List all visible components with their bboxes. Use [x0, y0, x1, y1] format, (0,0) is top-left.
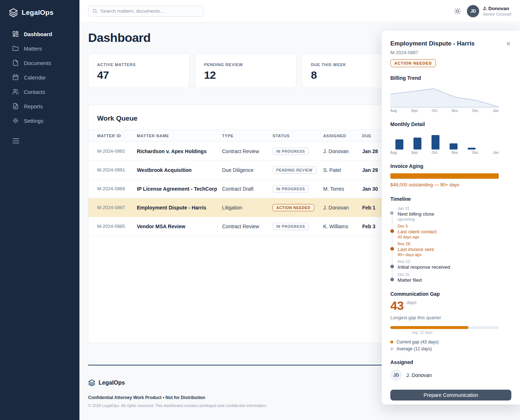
matter-id: M-2024-0891	[97, 167, 137, 173]
sidebar-item-documents[interactable]: Documents	[0, 56, 79, 70]
billing-trend-chart	[390, 85, 499, 108]
status-cell: PENDING REVIEW	[273, 166, 323, 174]
sidebar-item-label: Reports	[24, 103, 43, 109]
stat-label: PENDING REVIEW	[204, 62, 287, 67]
timeline-date: Nov 28	[398, 242, 511, 246]
search-input[interactable]	[100, 8, 200, 14]
month-label: Dec	[472, 109, 479, 113]
sidebar-item-contacts[interactable]: Contacts	[0, 85, 79, 99]
folder-icon	[12, 45, 19, 52]
prepare-communication-button[interactable]: Prepare Communication	[390, 390, 511, 400]
timeline-date: Jan 31	[398, 206, 511, 211]
bar-slot	[390, 139, 408, 150]
sidebar-item-dashboard[interactable]: Dashboard	[0, 27, 79, 41]
sidebar-item-calendar[interactable]: Calendar	[0, 70, 79, 85]
sidebar-item-label: Dashboard	[24, 31, 52, 37]
stat-value: 47	[97, 69, 181, 81]
status-cell: ACTION NEEDED	[273, 204, 323, 211]
timeline-event: Jan 31 Next billing close upcoming	[390, 206, 511, 222]
report-icon	[12, 103, 19, 109]
matter-detail-panel: Employment Dispute - Harris M-2024-0887 …	[382, 31, 520, 404]
file-icon	[12, 60, 19, 66]
month-bar	[395, 139, 403, 150]
legend-dot-current	[390, 341, 393, 343]
dashboard-icon	[12, 31, 19, 37]
gap-days-value: 43	[390, 299, 404, 312]
status-badge: IN PROGRESS	[273, 223, 309, 230]
timeline-sub: upcoming	[398, 217, 511, 222]
sidebar-item-label: Matters	[24, 46, 42, 52]
status-cell: IN PROGRESS	[273, 148, 323, 155]
matter-type: Contract Draft	[222, 186, 273, 192]
avatar: JD	[467, 5, 479, 17]
month-label: Aug	[390, 109, 397, 113]
matter-name: Richardson v. Apex Holdings	[137, 148, 222, 154]
timeline-dot-alert	[390, 247, 394, 251]
matter-type: Due Diligence	[222, 167, 273, 173]
brand-name: LegalOps	[22, 9, 53, 17]
timeline-dot-past	[390, 265, 394, 268]
invoice-aging-bar	[390, 173, 499, 179]
timeline-title: Matter filed	[398, 277, 511, 283]
assigned-cell: M. Torres	[323, 186, 362, 192]
column-header: MATTER NAME	[137, 134, 222, 138]
timeline-event: Oct 15 Matter filed	[390, 272, 511, 283]
month-label: Oct	[432, 109, 437, 113]
app-logo: LegalOps	[0, 0, 79, 27]
billing-trend-heading: Billing Trend	[390, 75, 511, 81]
topbar-right: JD J. Donovan Senior Counsel	[454, 5, 511, 17]
gap-bar	[390, 326, 499, 329]
bar-slot	[426, 135, 445, 150]
assigned-person: JD J. Donovan	[390, 369, 511, 381]
timeline-title: Last client contact	[398, 229, 511, 235]
sidebar-collapse-menu-icon[interactable]	[12, 138, 20, 144]
month-label: Oct	[432, 151, 437, 155]
sidebar-item-label: Documents	[24, 60, 51, 66]
search-box[interactable]	[88, 6, 204, 17]
timeline-dot-past	[390, 278, 394, 281]
timeline-event: Dec 5 Last client contact 43 days ago	[390, 224, 511, 239]
sidebar: LegalOps Dashboard Matters Documents Cal…	[0, 0, 79, 420]
assigned-cell: J. Donovan	[323, 148, 362, 154]
assigned-cell: J. Donovan	[323, 205, 362, 211]
month-label: Sep	[411, 109, 417, 113]
matter-name: Westbrook Acquisition	[137, 167, 222, 173]
sidebar-item-reports[interactable]: Reports	[0, 99, 79, 113]
timeline-sub: 43 days ago	[398, 235, 511, 239]
sidebar-item-matters[interactable]: Matters	[0, 41, 79, 56]
assigned-cell: S. Patel	[323, 167, 362, 173]
theme-toggle-sun-icon[interactable]	[454, 8, 461, 15]
panel-matter-id: M-2024-0887	[390, 50, 511, 55]
matter-id: M-2024-0889	[97, 186, 137, 191]
timeline-title: Next billing close	[398, 211, 511, 217]
matter-type: Contract Review	[222, 224, 273, 229]
assigned-heading: Assigned	[390, 359, 511, 365]
close-icon[interactable]	[506, 41, 511, 47]
month-bar	[432, 135, 439, 150]
month-label: Jan	[493, 109, 499, 113]
monthly-detail-bars	[390, 132, 499, 150]
matter-name: IP License Agreement - TechCorp	[137, 186, 222, 192]
topbar: JD J. Donovan Senior Counsel	[79, 0, 520, 22]
month-label: Jan	[493, 151, 499, 155]
month-label: Aug	[390, 151, 397, 155]
user-role: Senior Counsel	[483, 12, 511, 17]
sidebar-item-label: Calendar	[24, 74, 46, 81]
month-label: Nov	[451, 151, 458, 155]
column-header: TYPE	[222, 134, 273, 138]
legend-item: Current gap (43 days)	[390, 339, 511, 345]
user-name: J. Donovan	[483, 6, 511, 12]
sidebar-item-settings[interactable]: Settings	[0, 113, 79, 128]
gear-icon	[12, 117, 19, 124]
matter-id: M-2024-0885	[97, 224, 137, 229]
status-cell: IN PROGRESS	[273, 223, 323, 230]
avatar: JD	[390, 369, 402, 381]
panel-title: Employment Dispute - Harris	[390, 40, 474, 47]
matter-name: Employment Dispute - Harris	[137, 205, 222, 211]
user-menu[interactable]: JD J. Donovan Senior Counsel	[467, 5, 511, 17]
timeline-sub: 90+ days ago	[398, 252, 511, 257]
monthly-detail-labels: AugSepOctNovDecJan	[390, 151, 499, 155]
layers-logo-icon	[88, 379, 95, 386]
timeline-title: Initial response received	[398, 264, 511, 270]
invoice-aging-note: $48,000 outstanding — 90+ days	[390, 182, 511, 187]
